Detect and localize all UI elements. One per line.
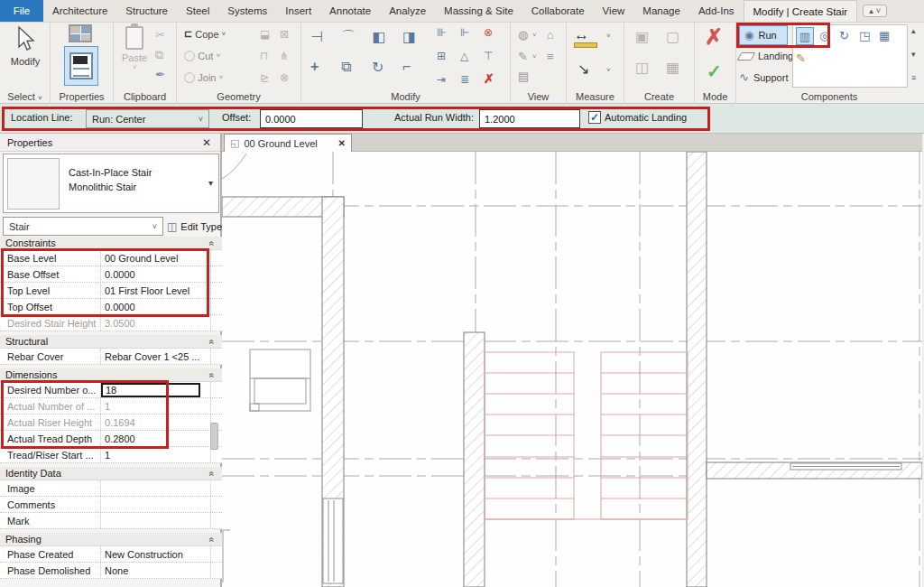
multi-align-icon[interactable]: ≣ [460, 73, 469, 86]
split-with-gap-icon[interactable]: ⊩ [460, 26, 469, 39]
offset-copy-icon[interactable]: ⇥ [437, 73, 446, 86]
tab-modify-create-stair[interactable]: Modify | Create Stair [744, 0, 858, 22]
property-row-comments[interactable]: Comments [0, 497, 222, 513]
measure-between-icon[interactable]: ↔ [574, 26, 589, 44]
pin-icon[interactable]: ⊤ [484, 50, 493, 62]
finish-edit-mode-button[interactable]: ✓ [707, 61, 722, 82]
unpin-icon[interactable]: ⊗ [484, 26, 493, 39]
tab-manage[interactable]: Manage [633, 0, 689, 22]
edit-type-button[interactable]: ◫ Edit Type [167, 217, 222, 236]
create-assembly-icon[interactable]: ◫ [635, 59, 649, 76]
trim-extend-icon[interactable]: ⌐ [402, 59, 411, 75]
cut-clipboard-icon[interactable]: ✂ [155, 28, 165, 42]
properties-scrollbar-thumb[interactable] [210, 423, 218, 450]
section-header[interactable]: Phasing« [0, 533, 222, 546]
location-line-select[interactable]: Run: Center ˅ [86, 109, 209, 128]
create-parts-icon[interactable]: ▦ [666, 59, 679, 76]
cut-geometry-button[interactable]: ◯ Cut ˅ [184, 50, 220, 61]
close-icon[interactable]: ✕ [338, 138, 346, 148]
tab-analyze[interactable]: Analyze [380, 0, 435, 22]
tab-annotate[interactable]: Annotate [320, 0, 380, 22]
tab-steel[interactable]: Steel [177, 0, 218, 22]
run-button[interactable]: ◉ Run [739, 25, 788, 45]
linework-icon[interactable]: ✎ [518, 50, 528, 63]
property-row-base-offset[interactable]: Base Offset0.0000 [0, 266, 222, 283]
thin-lines-icon[interactable]: ≡ [547, 50, 554, 63]
mirror-draw-axis-icon[interactable]: ◨ [402, 28, 416, 45]
align-icon[interactable]: ⊣ [310, 28, 323, 45]
ribbon-display-toggle[interactable]: ▴ ˅ [863, 5, 887, 17]
move-icon[interactable]: + [310, 59, 319, 75]
create-similar-icon[interactable]: ▢ [666, 28, 679, 45]
floor-plan-drawing[interactable] [222, 152, 922, 587]
tab-systems[interactable]: Systems [218, 0, 276, 22]
landing-button[interactable]: Landing [739, 51, 793, 61]
cope-button[interactable]: ⊏ Cope ˅ [184, 28, 226, 40]
scale-icon[interactable]: △ [460, 50, 468, 62]
view-tab-ground-level[interactable]: ◱ 00 Ground Level ✕ [224, 134, 352, 152]
properties-filter-select[interactable]: Stair ˅ [3, 217, 163, 236]
dropdown-arrow-icon[interactable]: ▾ [208, 178, 213, 188]
cancel-edit-mode-button[interactable]: ✗ [705, 24, 723, 50]
wall-joins-icon[interactable]: ⊓ [260, 50, 268, 62]
match-type-icon[interactable]: ✒ [155, 68, 165, 81]
straight-run-type-button[interactable]: ▥ [796, 27, 814, 45]
gallery-expand-icon[interactable]: ≡ [911, 73, 916, 82]
demolish-icon[interactable]: ⊗ [280, 71, 289, 84]
property-row-base-level[interactable]: Base Level00 Ground Level [0, 250, 222, 266]
tab-add-ins[interactable]: Add-Ins [689, 0, 744, 22]
l-winder-type-button[interactable]: ◳ [859, 29, 870, 42]
delete-icon[interactable]: ✗ [484, 71, 494, 86]
split-element-icon[interactable]: ⋔ [280, 50, 289, 62]
section-header[interactable]: Identity Data« [0, 467, 222, 480]
section-box-icon[interactable]: ▤ [518, 70, 529, 83]
tab-structure[interactable]: Structure [116, 0, 177, 22]
property-row-top-level[interactable]: Top Level01 First Floor Level [0, 283, 222, 299]
section-header[interactable]: Structural« [0, 335, 222, 349]
tab-collaborate[interactable]: Collaborate [522, 0, 594, 22]
property-row-image[interactable]: Image [0, 480, 222, 497]
actual-run-width-input[interactable]: 1.2000 [479, 109, 580, 128]
property-row-rebar-cover[interactable]: Rebar CoverRebar Cover 1 <25 ... [0, 349, 222, 365]
copy-icon[interactable]: ⧉ [341, 59, 351, 75]
tab-view[interactable]: View [594, 0, 634, 22]
measure-along-icon[interactable]: ↘ [578, 61, 589, 78]
cut-profile-icon[interactable]: ⬓ [260, 28, 270, 41]
join-button[interactable]: ◯ Join ˅ [184, 71, 223, 83]
u-winder-type-button[interactable]: ▦ [879, 29, 890, 42]
modify-tool-button[interactable]: Modify [7, 25, 43, 67]
properties-palette-button[interactable] [64, 46, 98, 86]
lightbulb-icon[interactable]: ◍ [518, 28, 528, 42]
property-row-phase-demolished[interactable]: Phase DemolishedNone [0, 563, 222, 579]
split-icon[interactable]: ⊪ [437, 26, 446, 39]
section-header[interactable]: Dimensions« [0, 368, 222, 382]
desired-risers-input[interactable]: 18 [101, 383, 200, 397]
close-icon[interactable]: ✕ [202, 136, 211, 149]
array-icon[interactable]: ⊞ [437, 50, 446, 62]
property-row-desired-number-of-risers[interactable]: Desired Number o...18 [0, 382, 222, 398]
property-row-phase-created[interactable]: Phase CreatedNew Construction [0, 546, 222, 563]
center-ends-spiral-type-button[interactable]: ↻ [839, 29, 849, 42]
property-row-top-offset[interactable]: Top Offset0.0000 [0, 299, 222, 315]
tab-file[interactable]: File [0, 0, 43, 22]
beam-profile-icon[interactable]: ⊵ [260, 71, 269, 84]
tab-massing-site[interactable]: Massing & Site [435, 0, 522, 22]
create-sketch-icon[interactable]: ✎ [796, 51, 806, 65]
properties-palette-header[interactable]: Properties ✕ [0, 134, 220, 152]
rotate-icon[interactable]: ↻ [372, 59, 383, 76]
mirror-pick-axis-icon[interactable]: ◧ [372, 28, 385, 45]
tab-architecture[interactable]: Architecture [43, 0, 116, 22]
section-header[interactable]: Constraints« [0, 237, 222, 250]
paste-button[interactable]: Paste ˅ [119, 26, 150, 71]
apply-coping-icon[interactable]: ⊠ [280, 28, 289, 41]
hide-element-icon[interactable]: ⌂ [547, 28, 554, 42]
create-group-icon[interactable]: ▣ [635, 28, 649, 45]
type-selector[interactable]: Cast-In-Place Stair Monolithic Stair ▾ [3, 154, 219, 213]
automatic-landing-checkbox[interactable]: ✓ [588, 111, 601, 124]
support-button[interactable]: ∿ Support [739, 70, 788, 84]
property-row-tread-riser-start[interactable]: Tread/Riser Start ...1 [0, 447, 222, 463]
copy-clipboard-icon[interactable]: ⧉ [155, 48, 163, 62]
gallery-scroll-down-icon[interactable]: ▾ [911, 50, 916, 59]
offset-input[interactable]: 0.0000 [260, 109, 363, 128]
panel-label-select[interactable]: Select ˅ [0, 91, 50, 102]
